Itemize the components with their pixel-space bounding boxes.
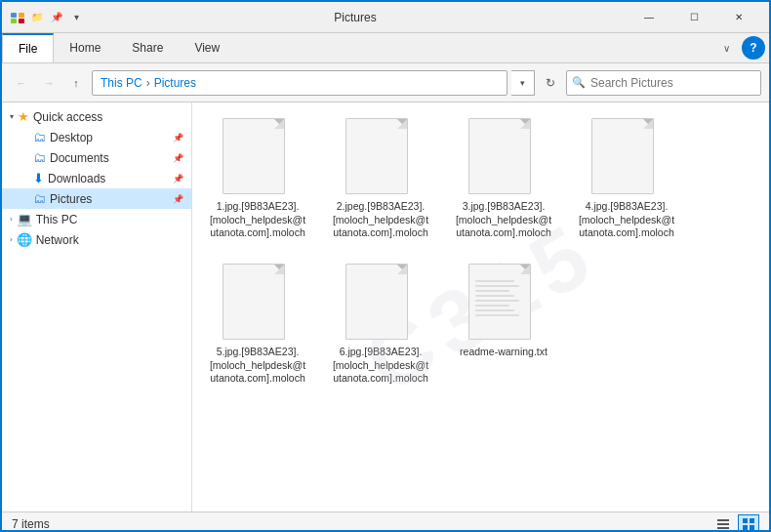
file-line bbox=[475, 290, 509, 292]
tab-share[interactable]: Share bbox=[116, 33, 179, 62]
main-layout: ▾ ★ Quick access 🗂 Desktop 📌 🗂 Documents… bbox=[2, 102, 769, 512]
file-line bbox=[475, 285, 519, 287]
sidebar: ▾ ★ Quick access 🗂 Desktop 📌 🗂 Documents… bbox=[2, 102, 192, 512]
refresh-button[interactable]: ↻ bbox=[539, 71, 562, 95]
search-icon: 🔍 bbox=[567, 76, 590, 89]
svg-rect-0 bbox=[11, 13, 17, 18]
pictures-label: Pictures bbox=[50, 192, 92, 206]
help-button[interactable]: ? bbox=[742, 36, 765, 60]
file-page-4 bbox=[223, 264, 285, 340]
file-item-0[interactable]: 1.jpg.[9B83AE23].[moloch_helpdesk@tutano… bbox=[204, 114, 311, 244]
folder-pictures-icon: 🗂 bbox=[33, 191, 46, 206]
ribbon-chevron[interactable]: ∨ bbox=[715, 33, 738, 62]
title-bar-icons: 📁 📌 ▾ bbox=[10, 10, 84, 25]
path-thispc[interactable]: This PC bbox=[101, 76, 142, 90]
svg-rect-9 bbox=[743, 525, 748, 530]
file-page-0 bbox=[223, 118, 285, 194]
window-icon bbox=[10, 10, 25, 25]
sidebar-network[interactable]: › 🌐 Network bbox=[2, 229, 191, 250]
file-item-3[interactable]: 4.jpg.[9B83AE23].[moloch_helpdesk@tutano… bbox=[573, 114, 680, 244]
file-page-5 bbox=[345, 264, 408, 340]
pin-icon-small: 📌 bbox=[49, 10, 64, 25]
pin-icon: 📌 bbox=[173, 133, 183, 143]
svg-rect-2 bbox=[11, 19, 17, 23]
search-input[interactable] bbox=[590, 76, 760, 90]
list-view-button[interactable] bbox=[712, 514, 734, 533]
file-icon-0 bbox=[223, 118, 293, 196]
file-name-2: 3.jpg.[9B83AE23].[moloch_helpdesk@tutano… bbox=[454, 200, 553, 240]
folder-downloads-icon: ⬇ bbox=[33, 171, 44, 185]
star-icon: ★ bbox=[18, 109, 29, 124]
sidebar-item-desktop[interactable]: 🗂 Desktop 📌 bbox=[2, 127, 191, 147]
file-item-1[interactable]: 2.jpeg.[9B83AE23].[moloch_helpdesk@tutan… bbox=[327, 114, 434, 244]
folder-desktop-icon: 🗂 bbox=[33, 130, 46, 144]
file-name-6: readme-warning.txt bbox=[460, 346, 548, 359]
sidebar-quick-access[interactable]: ▾ ★ Quick access bbox=[2, 106, 191, 127]
file-name-3: 4.jpg.[9B83AE23].[moloch_helpdesk@tutano… bbox=[577, 200, 676, 240]
up-button[interactable]: ↑ bbox=[64, 71, 88, 95]
documents-label: Documents bbox=[50, 151, 109, 165]
svg-rect-10 bbox=[750, 525, 754, 530]
pc-icon: 💻 bbox=[17, 212, 32, 226]
title-bar-controls: — ☐ ✕ bbox=[627, 2, 761, 33]
file-icon-6 bbox=[468, 264, 539, 342]
file-line bbox=[475, 280, 514, 282]
file-line bbox=[475, 295, 514, 297]
file-item-4[interactable]: 5.jpg.[9B83AE23].[moloch_helpdesk@tutano… bbox=[204, 260, 311, 389]
address-dropdown[interactable]: ▾ bbox=[511, 70, 535, 96]
file-page-1 bbox=[345, 118, 408, 194]
file-line bbox=[475, 300, 519, 302]
tab-home[interactable]: Home bbox=[54, 33, 116, 62]
downloads-label: Downloads bbox=[48, 172, 105, 185]
file-line bbox=[475, 309, 514, 311]
pin-icon-pic: 📌 bbox=[173, 194, 183, 204]
file-name-5: 6.jpg.[9B83AE23].[moloch_helpdesk@tutano… bbox=[331, 346, 430, 386]
sidebar-item-documents[interactable]: 🗂 Documents 📌 bbox=[2, 147, 191, 168]
file-item-5[interactable]: 6.jpg.[9B83AE23].[moloch_helpdesk@tutano… bbox=[327, 260, 434, 389]
dropdown-icon: ▾ bbox=[68, 10, 84, 25]
file-item-6[interactable]: readme-warning.txt bbox=[450, 260, 557, 389]
file-icon-3 bbox=[591, 118, 662, 196]
folder-documents-icon: 🗂 bbox=[33, 150, 46, 165]
chevron-right-icon2: › bbox=[10, 235, 13, 244]
file-page-3 bbox=[591, 118, 654, 194]
title-bar: 📁 📌 ▾ Pictures — ☐ ✕ bbox=[2, 2, 769, 33]
window-title: Pictures bbox=[84, 11, 627, 24]
sidebar-item-downloads[interactable]: ⬇ Downloads 📌 bbox=[2, 168, 191, 188]
file-icon-1 bbox=[345, 118, 416, 196]
file-line bbox=[475, 305, 509, 307]
file-item-2[interactable]: 3.jpg.[9B83AE23].[moloch_helpdesk@tutano… bbox=[450, 114, 557, 244]
file-name-0: 1.jpg.[9B83AE23].[moloch_helpdesk@tutano… bbox=[208, 200, 307, 240]
files-grid: 1.jpg.[9B83AE23].[moloch_helpdesk@tutano… bbox=[204, 114, 757, 389]
sidebar-item-pictures[interactable]: 🗂 Pictures 📌 bbox=[2, 188, 191, 209]
chevron-down-icon: ▾ bbox=[10, 112, 14, 121]
file-page-2 bbox=[468, 118, 531, 194]
desktop-label: Desktop bbox=[50, 131, 93, 144]
forward-button[interactable]: → bbox=[37, 71, 61, 95]
back-button[interactable]: ← bbox=[10, 71, 33, 95]
sidebar-this-pc[interactable]: › 💻 This PC bbox=[2, 209, 191, 229]
maximize-button[interactable]: ☐ bbox=[671, 2, 716, 33]
minimize-button[interactable]: — bbox=[627, 2, 671, 33]
tab-file[interactable]: File bbox=[2, 33, 54, 62]
pin-icon-docs: 📌 bbox=[173, 153, 183, 163]
file-name-4: 5.jpg.[9B83AE23].[moloch_helpdesk@tutano… bbox=[208, 346, 307, 386]
ribbon: File Home Share View ∨ ? bbox=[2, 33, 769, 63]
folder-icon-small: 📁 bbox=[29, 10, 45, 25]
file-lines-6 bbox=[475, 280, 524, 319]
view-controls bbox=[712, 514, 759, 533]
path-pictures[interactable]: Pictures bbox=[154, 76, 196, 90]
close-button[interactable]: ✕ bbox=[716, 2, 761, 33]
svg-rect-5 bbox=[717, 523, 729, 525]
pin-icon-dl: 📌 bbox=[173, 174, 183, 184]
svg-rect-4 bbox=[717, 519, 729, 521]
ribbon-tabs: File Home Share View ∨ ? bbox=[2, 33, 769, 62]
tab-view[interactable]: View bbox=[179, 33, 235, 62]
item-count: 7 items bbox=[12, 517, 50, 531]
tile-view-button[interactable] bbox=[738, 514, 759, 533]
address-path[interactable]: This PC › Pictures bbox=[92, 70, 507, 96]
file-page-6 bbox=[468, 264, 531, 340]
address-bar: ← → ↑ This PC › Pictures ▾ ↻ 🔍 bbox=[2, 63, 769, 102]
file-icon-4 bbox=[223, 264, 293, 342]
quick-access-label: Quick access bbox=[33, 110, 102, 124]
